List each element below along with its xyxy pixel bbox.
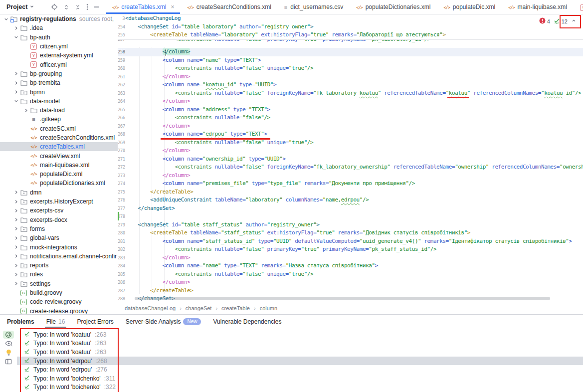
quick-fixes-bulb-icon[interactable]	[3, 349, 14, 357]
chevron-collapsed-icon[interactable]	[23, 108, 29, 113]
tree-item-excerpts.HistoryExcerpt[interactable]: excerpts.HistoryExcerpt	[0, 197, 118, 206]
tree-item-forms[interactable]: forms	[0, 224, 118, 233]
tree-item-createView.xml[interactable]: </>createView.xml	[0, 151, 118, 160]
problem-row[interactable]: Typo: In word 'koatuu':263	[17, 348, 583, 357]
chevron-collapsed-icon[interactable]	[13, 81, 19, 85]
tree-item-bp-grouping[interactable]: bp-grouping	[0, 69, 118, 78]
chevron-collapsed-icon[interactable]	[13, 281, 19, 286]
project-tree[interactable]: registry-regulationssources root,.ideabp…	[0, 14, 118, 314]
tree-item-.idea[interactable]: .idea	[0, 23, 118, 32]
tree-item-citizen.yml[interactable]: Ycitizen.yml	[0, 42, 118, 51]
expand-all-icon[interactable]	[63, 4, 69, 10]
tree-item-registry-regulations[interactable]: registry-regulationssources root,	[0, 14, 118, 23]
chevron-collapsed-icon[interactable]	[13, 71, 19, 76]
tree-item-bpmn[interactable]: bpmn	[0, 87, 118, 96]
tree-item-excerpts-csv[interactable]: excerpts-csv	[0, 206, 118, 215]
problems-tab-File[interactable]: File16	[46, 315, 65, 328]
chevron-up-icon[interactable]	[571, 18, 577, 24]
problem-row[interactable]: Typo: In word 'edrpou':276	[17, 365, 583, 374]
hide-panel-icon[interactable]	[94, 4, 100, 10]
code-token: >	[442, 31, 445, 38]
tree-item-code-review.groovy[interactable]: Gcode-review.groovy	[0, 297, 118, 306]
tab-dict_usernames.csv[interactable]: ≡dict_usernames.csv	[278, 0, 350, 14]
tree-item-excerpts-docx[interactable]: excerpts-docx	[0, 215, 118, 224]
close-tab-icon[interactable]: ×	[171, 3, 174, 10]
tree-item-createSC.xml[interactable]: </>createSC.xml	[0, 124, 118, 133]
collapse-all-icon[interactable]	[75, 4, 81, 10]
tree-item-data-model[interactable]: data-model	[0, 97, 118, 106]
tree-item-notifications.email.channel-confir[interactable]: notifications.email.channel-confir	[0, 252, 118, 261]
tree-item-createSearchConditions.xml[interactable]: </>createSearchConditions.xml	[0, 133, 118, 142]
project-panel-title[interactable]: Project	[6, 3, 27, 10]
chevron-expanded-icon[interactable]	[13, 35, 19, 39]
chevron-collapsed-icon[interactable]	[13, 26, 19, 30]
tree-item-roles[interactable]: roles	[0, 270, 118, 279]
typo-count-group[interactable]: 12	[554, 17, 568, 25]
chevron-expanded-icon[interactable]	[13, 99, 19, 103]
chevron-collapsed-icon[interactable]	[13, 263, 19, 268]
error-count-group[interactable]: 4	[539, 17, 550, 25]
inspection-severity-filter-icon[interactable]	[3, 331, 14, 339]
problem-row[interactable]: Typo: In word 'boichenko':311	[17, 374, 583, 383]
breadcrumb-changeSet[interactable]: changeSet	[186, 305, 212, 311]
tree-item-officer.yml[interactable]: Yofficer.yml	[0, 60, 118, 69]
chevron-collapsed-icon[interactable]	[13, 245, 19, 249]
chevron-collapsed-icon[interactable]	[13, 199, 19, 204]
tab-populateDic.xml[interactable]: </>populateDic.xml	[437, 0, 502, 14]
chevron-expanded-icon[interactable]	[3, 17, 9, 21]
chevron-collapsed-icon[interactable]	[13, 90, 19, 94]
chevron-collapsed-icon[interactable]	[13, 272, 19, 277]
chevron-collapsed-icon[interactable]	[13, 217, 19, 222]
problem-row[interactable]: Typo: In word 'koatuu':263	[17, 339, 583, 348]
problems-tab-Project Errors[interactable]: Project Errors	[77, 315, 113, 328]
breadcrumb-createTable[interactable]: createTable	[221, 305, 250, 311]
tree-item-populateDictionaries.xml[interactable]: </>populateDictionaries.xml	[0, 179, 118, 188]
tree-item-main-liquibase.xml[interactable]: </>main-liquibase.xml	[0, 161, 118, 170]
chevron-collapsed-icon[interactable]	[13, 226, 19, 231]
tree-item-createTables.xml[interactable]: </>createTables.xml	[0, 142, 118, 151]
tab-createTables.xml[interactable]: </>createTables.xml×	[106, 0, 181, 14]
tree-item-dmn[interactable]: dmn	[0, 188, 118, 197]
chevron-collapsed-icon[interactable]	[13, 190, 19, 195]
tree-item-bp-auth[interactable]: bp-auth	[0, 33, 118, 42]
problem-row[interactable]: Typo: In word 'edrpou':268	[17, 357, 583, 366]
chevron-collapsed-icon[interactable]	[13, 254, 19, 258]
tree-item-global-vars[interactable]: global-vars	[0, 233, 118, 242]
tree-item-populateDic.xml[interactable]: </>populateDic.xml	[0, 170, 118, 179]
tree-item-external-system.yml[interactable]: Yexternal-system.yml	[0, 51, 118, 60]
preview-source-eye-icon[interactable]	[3, 340, 14, 348]
tree-item-build.groovy[interactable]: Gbuild.groovy	[0, 288, 118, 297]
xml-file-icon: </>	[508, 3, 514, 10]
inspections-widget[interactable]: 4 12	[537, 16, 579, 26]
chevron-down-icon[interactable]	[29, 3, 34, 10]
problems-tab-Vulnerable Dependencies[interactable]: Vulnerable Dependencies	[213, 315, 281, 328]
tree-item-label: .idea	[30, 24, 43, 31]
code-token: "fk_laboratory_ownership"	[313, 164, 393, 170]
tab-main-liquibase.xml[interactable]: </>main-liquibase.xml	[502, 0, 574, 14]
problems-tab-label: Project Errors	[77, 318, 113, 325]
chevron-collapsed-icon[interactable]	[13, 208, 19, 213]
select-opened-file-icon[interactable]	[51, 3, 58, 10]
tab-createSearchConditions.xml[interactable]: </>createSearchConditions.xml	[181, 0, 277, 14]
horizontal-scrollbar[interactable]	[135, 297, 550, 300]
tree-item-mock-integrations[interactable]: mock-integrations	[0, 242, 118, 251]
code-token: nullable=	[215, 246, 243, 252]
tab-officer.y[interactable]: Yofficer.y	[574, 0, 583, 14]
code-editor[interactable]: 3<databaseChangeLog254 <changeSet id="ta…	[118, 14, 583, 314]
chevron-collapsed-icon[interactable]	[13, 236, 19, 240]
more-options-icon[interactable]	[86, 3, 88, 10]
tree-item-settings[interactable]: settings	[0, 279, 118, 288]
tree-item-label: settings	[30, 280, 50, 287]
problems-tab-Server-Side Analysis[interactable]: Server-Side AnalysisNew	[126, 315, 201, 328]
breadcrumb-databaseChangeLog[interactable]: databaseChangeLog	[125, 305, 176, 311]
tab-populateDictionaries.xml[interactable]: </>populateDictionaries.xml	[350, 0, 437, 14]
problem-row[interactable]: Typo: In word 'koatuu':263	[17, 330, 583, 339]
tree-item-.gitkeep[interactable]: ≡.gitkeep	[0, 115, 118, 124]
breadcrumb-column[interactable]: column	[260, 305, 277, 311]
tree-item-bp-trembita[interactable]: bp-trembita	[0, 78, 118, 87]
tree-item-create-release.groovy[interactable]: Gcreate-release.groovy	[0, 307, 118, 315]
problem-row[interactable]: Typo: In word 'boichenko':322	[17, 383, 583, 392]
tree-item-reports[interactable]: reports	[0, 261, 118, 270]
open-preview-panel-icon[interactable]	[3, 358, 14, 366]
tree-item-data-load[interactable]: data-load	[0, 106, 118, 115]
